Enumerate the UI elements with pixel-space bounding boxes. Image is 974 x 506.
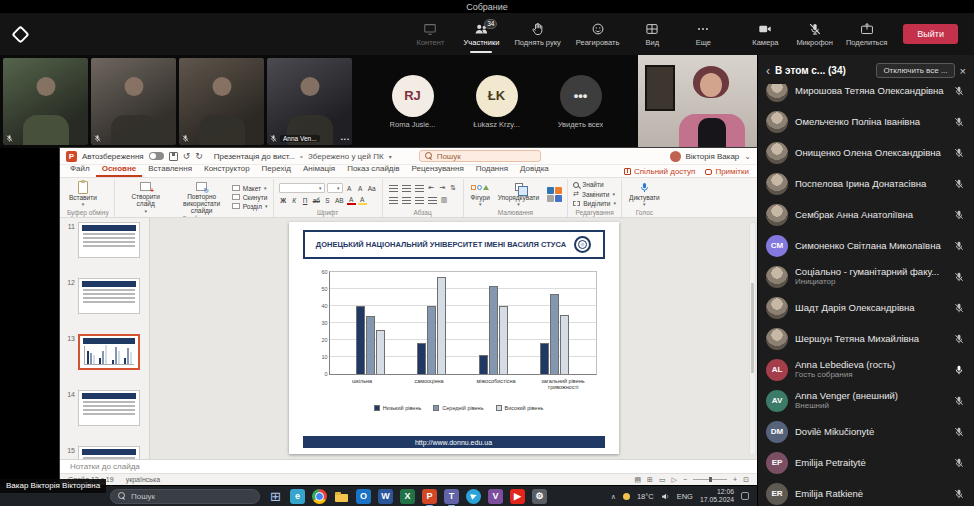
font-family-select[interactable]: ▾ xyxy=(279,183,325,193)
mic-off-icon[interactable] xyxy=(953,240,966,252)
line-spacing-button[interactable]: ⇅ xyxy=(449,183,458,193)
reading-view-icon[interactable]: ▭ xyxy=(659,476,666,483)
youtube-icon[interactable]: ▶ xyxy=(510,489,525,504)
tab-Анімація[interactable]: Анімація xyxy=(297,163,341,177)
mic-off-icon[interactable] xyxy=(953,147,966,159)
shape-styles-gallery[interactable] xyxy=(547,187,562,202)
decrease-font-button[interactable]: A xyxy=(356,183,365,193)
comments-button[interactable]: Примітки xyxy=(705,167,749,176)
bullets-button[interactable] xyxy=(388,183,399,193)
participant-row[interactable]: CMСимоненко Світлана Миколаївна xyxy=(766,230,966,261)
notification-icon[interactable] xyxy=(741,492,749,500)
find-button[interactable]: Знайти xyxy=(573,181,616,188)
tile-more-icon[interactable]: ••• xyxy=(341,136,350,142)
participant-row[interactable]: Онищенко Олена Олександрівна xyxy=(766,137,966,168)
mic-off-icon[interactable] xyxy=(953,302,966,314)
outlook-icon[interactable]: O xyxy=(356,489,371,504)
ppt-search-box[interactable] xyxy=(419,150,541,162)
participant-row[interactable]: ALAnna Lebedieva (гость)Гость собрания xyxy=(766,354,966,385)
align-right-button[interactable] xyxy=(414,195,425,205)
participant-row[interactable]: Соціально - гуманітарний факу...Инициато… xyxy=(766,261,966,292)
viber-icon[interactable]: V xyxy=(488,489,503,504)
toolbar-camera-button[interactable]: Камера xyxy=(747,22,783,47)
columns-button[interactable]: ▥ xyxy=(440,195,449,205)
tray-expand-icon[interactable] xyxy=(611,492,616,501)
participant-avatar[interactable]: ŁKŁukasz Krzy... xyxy=(467,75,527,129)
font-color-button[interactable]: А xyxy=(347,195,356,205)
numbering-button[interactable] xyxy=(401,183,412,193)
mic-off-icon[interactable] xyxy=(953,488,966,500)
mic-off-icon[interactable] xyxy=(953,271,966,283)
tab-Рецензування[interactable]: Рецензування xyxy=(406,163,470,177)
tab-Конструктор[interactable]: Конструктор xyxy=(198,163,256,177)
tab-Перехід[interactable]: Перехід xyxy=(256,163,297,177)
account-chip[interactable]: Вікторія Вакар xyxy=(670,151,739,162)
mic-off-icon[interactable] xyxy=(953,426,966,438)
input-language-indicator[interactable]: ENG xyxy=(677,492,693,501)
word-icon[interactable]: W xyxy=(378,489,393,504)
excel-icon[interactable]: X xyxy=(400,489,415,504)
align-left-button[interactable] xyxy=(388,195,399,205)
mic-off-icon[interactable] xyxy=(953,457,966,469)
participant-row[interactable]: EPEmilija Petraitytė xyxy=(766,447,966,478)
participant-avatar[interactable]: RJRoma Jusie... xyxy=(383,75,443,129)
toolbar-share-button[interactable]: Поделиться xyxy=(846,22,887,47)
section-button[interactable]: Розділ▾ xyxy=(232,203,268,210)
mic-off-icon[interactable] xyxy=(953,395,966,407)
mic-off-icon[interactable] xyxy=(953,333,966,345)
ppt-search-input[interactable] xyxy=(437,152,535,161)
back-icon[interactable] xyxy=(766,61,770,79)
task-view-icon[interactable] xyxy=(268,489,283,504)
volume-icon[interactable] xyxy=(661,492,670,501)
arrange-button[interactable]: Упорядкувати▾ xyxy=(496,181,541,208)
active-speaker-video-tile[interactable] xyxy=(638,55,757,148)
reuse-slides-button[interactable]: Повторно використати слайди xyxy=(176,180,228,214)
slide-thumbnail-15[interactable] xyxy=(78,446,140,459)
taskbar-search[interactable] xyxy=(110,489,260,504)
toolbar-raise-hand-button[interactable]: Поднять руку xyxy=(514,22,560,47)
tab-Подання[interactable]: Подання xyxy=(470,163,514,177)
slideshow-icon[interactable]: ▷ xyxy=(672,476,677,483)
participant-avatar[interactable]: •••Увидеть всех xyxy=(551,75,611,129)
toolbar-view-button[interactable]: Вид xyxy=(634,22,670,47)
decrease-indent-button[interactable]: ⇤ xyxy=(427,183,436,193)
slide-thumbnail-12[interactable] xyxy=(78,278,140,314)
paste-button[interactable]: Вставити▾ xyxy=(67,181,99,208)
char-spacing-button[interactable]: АВ xyxy=(334,195,345,205)
settings-icon[interactable]: ⚙ xyxy=(532,489,547,504)
toolbar-mic-button[interactable]: Микрофон xyxy=(796,22,833,47)
notes-area[interactable]: Нотатки до слайда xyxy=(60,459,757,473)
teams-icon[interactable]: T xyxy=(444,489,459,504)
underline-button[interactable]: П xyxy=(301,195,310,205)
mic-off-icon[interactable] xyxy=(953,178,966,190)
participant-row[interactable]: Омельченко Поліна Іванівна xyxy=(766,106,966,137)
zoom-out-icon[interactable]: − xyxy=(683,476,687,483)
mic-on-icon[interactable] xyxy=(953,364,966,376)
participant-row[interactable]: Сембрак Анна Анатоліївна xyxy=(766,199,966,230)
layout-button[interactable]: Макет▾ xyxy=(232,185,268,192)
mic-off-icon[interactable] xyxy=(953,209,966,221)
participant-row[interactable]: EREmilija Ratkienė xyxy=(766,478,966,506)
zoom-in-icon[interactable]: + xyxy=(733,476,737,483)
temperature-indicator[interactable]: 18°C xyxy=(637,492,654,501)
new-slide-button[interactable]: Створити слайд▾ xyxy=(120,180,172,214)
increase-font-button[interactable]: A xyxy=(345,183,354,193)
zoom-slider[interactable] xyxy=(693,479,727,480)
strikethrough-button[interactable]: аб xyxy=(312,195,321,205)
video-tile-4[interactable]: Anna Ven...••• xyxy=(267,58,352,145)
slide-thumbnail-11[interactable] xyxy=(78,222,140,258)
text-shadow-button[interactable]: S xyxy=(323,195,332,205)
share-button[interactable]: Спільний доступ xyxy=(624,167,696,176)
increase-indent-button[interactable]: ⇥ xyxy=(438,183,447,193)
slide-thumbnail-13[interactable] xyxy=(78,334,140,370)
ribbon-display-options-icon[interactable] xyxy=(744,152,751,161)
tab-Вставлення[interactable]: Вставлення xyxy=(142,163,198,177)
taskbar-clock[interactable]: 12:06 17.05.2024 xyxy=(700,488,734,503)
align-center-button[interactable] xyxy=(401,195,412,205)
powerpoint-icon[interactable]: P xyxy=(422,489,437,504)
dictate-button[interactable]: Диктувати▾ xyxy=(627,181,662,208)
participant-row[interactable]: Шершун Тетяна Михайлівна xyxy=(766,323,966,354)
toolbar-more-button[interactable]: Еще xyxy=(685,22,721,47)
video-tile-1[interactable] xyxy=(3,58,88,145)
tab-Файл[interactable]: Файл xyxy=(64,163,96,177)
